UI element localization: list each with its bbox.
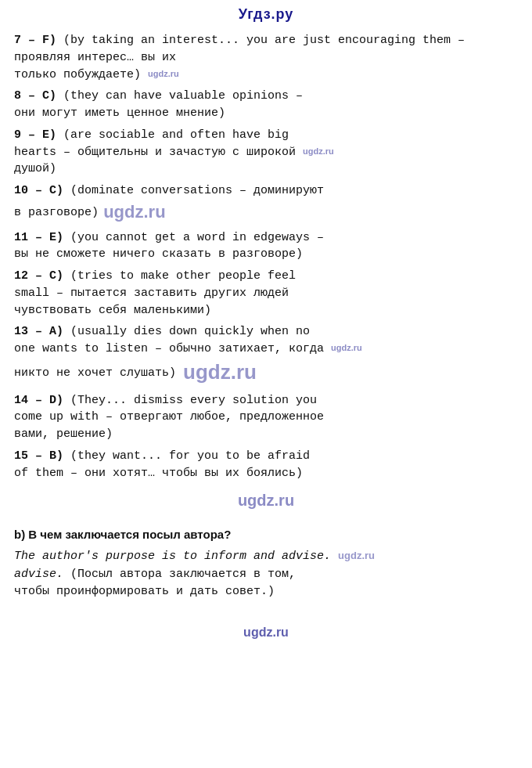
- entry-13-text-cont: one wants to listen – обычно затихает, к…: [14, 342, 324, 355]
- section-b-plain-cont: чтобы проинформировать и дать совет.): [14, 585, 275, 598]
- watermark-inline-4: ugdz.ru: [331, 343, 362, 352]
- entry-14-key: 14 – D): [14, 394, 63, 407]
- entry-7-text-cont: только побуждаете): [14, 68, 141, 81]
- entry-9-text-cont2: душой): [14, 162, 56, 175]
- entry-12-text-cont2: чувствовать себя маленькими): [14, 304, 211, 317]
- entry-11: 11 – E) (you cannot get a word in edgewa…: [14, 229, 518, 264]
- entry-11-text: (you cannot get a word in edgeways –: [63, 231, 324, 244]
- section-b-heading: b) В чем заключается посыл автора?: [14, 526, 518, 543]
- footer-watermark: ugdz.ru: [14, 623, 518, 641]
- entry-12-text-cont: small – пытается заставить других людей: [14, 287, 289, 300]
- entry-14-text-cont: come up with – отвергают любое, предложе…: [14, 410, 324, 424]
- entry-10-text-cont: в разговоре): [14, 206, 99, 219]
- section-b: b) В чем заключается посыл автора? The a…: [14, 526, 518, 600]
- watermark-inline-2: ugdz.ru: [303, 146, 334, 156]
- watermark-inline-1: ugdz.ru: [148, 69, 179, 78]
- entry-8-text-cont: они могут иметь ценное мнение): [14, 106, 225, 120]
- entry-15-text-cont: of them – они хотят… чтобы вы их боялись…: [14, 467, 303, 480]
- entry-13-text: (usually dies down quickly when no: [63, 325, 310, 338]
- entry-10: 10 – C) (dominate conversations – домини…: [14, 182, 518, 225]
- content-area: 7 – F) (by taking an interest... you are…: [0, 26, 532, 657]
- entry-13: 13 – A) (usually dies down quickly when …: [14, 323, 518, 387]
- entry-14-text-cont2: вами, решение): [14, 427, 113, 441]
- entry-13-text-cont2: никто не хочет слушать): [14, 366, 176, 380]
- entry-12-text: (tries to make other people feel: [63, 269, 296, 283]
- entry-12-key: 12 – C): [14, 269, 63, 283]
- watermark-inline-6: ugdz.ru: [338, 550, 375, 561]
- entry-12: 12 – C) (tries to make other people feel…: [14, 268, 518, 319]
- entry-8-key: 8 – C): [14, 89, 56, 103]
- entry-14-text: (They... dismiss every solution you: [63, 394, 317, 407]
- entry-7-text: (by taking an interest... you are just e…: [14, 34, 465, 64]
- entry-14: 14 – D) (They... dismiss every solution …: [14, 392, 518, 443]
- watermark-inline-5: ugdz.ru: [183, 360, 257, 384]
- entry-11-key: 11 – E): [14, 231, 63, 244]
- section-b-plain: (Посыл автора заключается в том,: [70, 568, 296, 581]
- entry-11-text-cont: вы не сможете ничего сказать в разговоре…: [14, 247, 303, 261]
- entry-8-text: (they can have valuable opinions –: [56, 89, 303, 103]
- entry-10-key: 10 – C): [14, 184, 63, 197]
- entry-7-key: 7 – F): [14, 34, 56, 47]
- entry-15-key: 15 – B): [14, 449, 63, 463]
- entry-9: 9 – E) (are sociable and often have big …: [14, 127, 518, 178]
- entry-9-key: 9 – E): [14, 128, 56, 142]
- entry-8: 8 – C) (they can have valuable opinions …: [14, 88, 518, 122]
- site-title: Угдз.ру: [239, 6, 294, 22]
- section-b-content: The author's purpose is to inform and ad…: [14, 548, 518, 601]
- section-b-italic: The author's purpose is to inform and ad…: [14, 550, 331, 563]
- watermark-inline-3: ugdz.ru: [99, 202, 166, 222]
- entry-10-text: (dominate conversations – доминируют: [63, 184, 324, 197]
- entry-13-key: 13 – A): [14, 325, 63, 338]
- entry-15-text: (they want... for you to be afraid: [63, 449, 310, 463]
- section-b-italic-cont: advise.: [14, 568, 63, 581]
- entry-9-text: (are sociable and often have big: [56, 128, 289, 142]
- entry-15: 15 – B) (they want... for you to be afra…: [14, 448, 518, 482]
- watermark-large-1: ugdz.ru: [14, 489, 518, 512]
- site-header: Угдз.ру: [0, 0, 532, 26]
- entry-7: 7 – F) (by taking an interest... you are…: [14, 32, 518, 83]
- entry-9-text-cont: hearts – общительны и зачастую с широкой: [14, 146, 296, 159]
